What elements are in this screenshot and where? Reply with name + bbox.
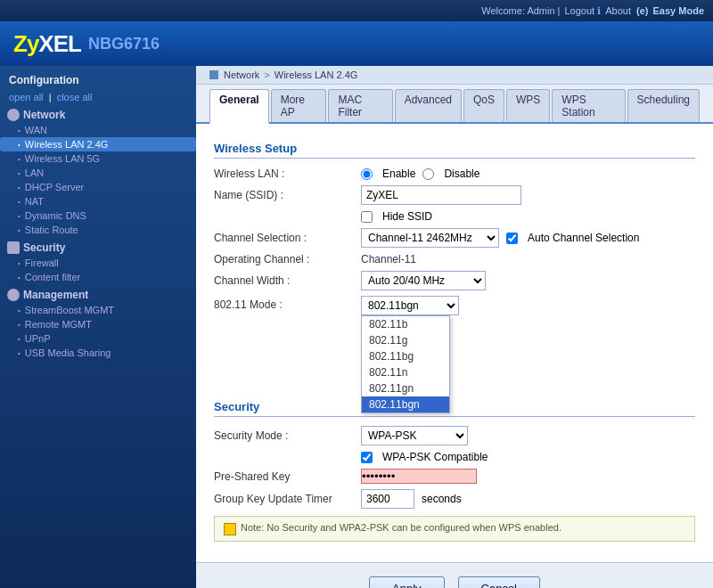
sidebar-config-label: Configuration: [0, 70, 196, 90]
timer-control: seconds: [361, 489, 462, 509]
sidebar-item-usb[interactable]: USB Media Sharing: [0, 346, 196, 360]
close-all-link[interactable]: close all: [57, 92, 93, 102]
topbar: Welcome: Admin | Logout ℹ About (e) Easy…: [0, 0, 713, 21]
sidebar-item-static-route[interactable]: Static Route: [0, 223, 196, 237]
wpa-compat-label: WPA-PSK Compatible: [382, 451, 488, 463]
network-icon: [7, 109, 20, 121]
channel-width-label: Channel Width :: [214, 274, 361, 287]
wpa-compat-control: WPA-PSK Compatible: [361, 451, 488, 463]
sidebar-item-upnp[interactable]: UPnP: [0, 331, 196, 346]
sidebar-network-title: Network: [0, 107, 196, 123]
breadcrumb: Network > Wireless LAN 2.4G: [196, 66, 713, 85]
operating-channel-value: Channel-11: [361, 253, 416, 265]
security-icon: [7, 241, 20, 254]
main-layout: Configuration open all | close all Netwo…: [0, 66, 713, 588]
mode-option-b[interactable]: 802.11b: [362, 316, 449, 332]
channel-selection-row: Channel Selection : Channel-11 2462MHz A…: [214, 228, 695, 248]
mode-option-bg[interactable]: 802.11bg: [362, 348, 449, 364]
cancel-button[interactable]: Cancel: [458, 576, 540, 588]
mgmt-icon: [7, 289, 20, 301]
sidebar-item-wan[interactable]: WAN: [0, 123, 196, 137]
about-link[interactable]: About: [605, 5, 631, 16]
wpa-compat-checkbox[interactable]: [361, 452, 373, 463]
enable-radio[interactable]: [361, 168, 373, 180]
sidebar-item-firewall[interactable]: Firewall: [0, 256, 196, 270]
security-title: Security: [214, 400, 695, 417]
sidebar-item-remote-mgmt[interactable]: Remote MGMT: [0, 317, 196, 331]
sidebar-item-wireless-5g[interactable]: Wireless LAN 5G: [0, 151, 196, 166]
tab-qos[interactable]: QoS: [463, 89, 504, 122]
tab-wps-station[interactable]: WPS Station: [552, 89, 625, 122]
sidebar-item-streamboost[interactable]: StreamBoost MGMT: [0, 303, 196, 317]
hide-ssid-control: Hide SSID: [361, 210, 432, 223]
security-mode-control: WPA-PSK No Security WPA2-PSK: [361, 426, 468, 445]
sidebar-item-nat[interactable]: NAT: [0, 194, 196, 208]
open-all-link[interactable]: open all: [9, 92, 44, 102]
operating-channel-text: Channel-11: [361, 253, 416, 265]
security-mode-row: Security Mode : WPA-PSK No Security WPA2…: [214, 426, 695, 445]
tab-scheduling[interactable]: Scheduling: [627, 89, 700, 122]
logo: ZyXEL: [13, 30, 81, 58]
tab-more-ap[interactable]: More AP: [271, 89, 327, 122]
sidebar-section-management: Management StreamBoost MGMT Remote MGMT …: [0, 287, 196, 360]
channel-width-row: Channel Width : Auto 20/40 MHz 20 MHz 40…: [214, 271, 695, 290]
hide-ssid-checkbox[interactable]: [361, 211, 373, 223]
tab-bar: General More AP MAC Filter Advanced QoS …: [196, 85, 713, 124]
wireless-lan-control: Enable Disable: [361, 167, 479, 180]
wireless-setup-title: Wireless Setup: [214, 142, 695, 159]
easymode-icon: (e): [636, 5, 648, 16]
sidebar-item-content-filter[interactable]: Content filter: [0, 270, 196, 284]
tab-general[interactable]: General: [209, 89, 269, 124]
sidebar-section-security: Security Firewall Content filter: [0, 240, 196, 284]
sidebar-item-dns[interactable]: Dynamic DNS: [0, 208, 196, 223]
breadcrumb-sep: >: [264, 69, 269, 80]
channel-width-select[interactable]: Auto 20/40 MHz 20 MHz 40 MHz: [361, 271, 486, 290]
mode-select[interactable]: 802.11bgn: [361, 296, 459, 315]
mode-row: 802.11 Mode : 802.11bgn 802.11b 802.11g …: [214, 296, 695, 315]
sidebar-item-lan[interactable]: LAN: [0, 166, 196, 180]
button-bar: Apply Cancel: [196, 562, 713, 588]
content-area: Network > Wireless LAN 2.4G General More…: [196, 66, 713, 588]
prekey-row: Pre-Shared Key: [214, 469, 695, 484]
timer-row: Group Key Update Timer seconds: [214, 489, 695, 509]
auto-channel-label: Auto Channel Selection: [528, 232, 639, 244]
enable-label: Enable: [382, 167, 415, 180]
disable-radio[interactable]: [422, 168, 434, 180]
mode-option-bgn[interactable]: 802.11bgn: [362, 396, 449, 412]
prekey-control: [361, 469, 477, 484]
wireless-lan-row: Wireless LAN : Enable Disable: [214, 167, 695, 180]
mode-option-g[interactable]: 802.11g: [362, 332, 449, 348]
note-text: Note: No Security and WPA2-PSK can be co…: [241, 522, 561, 533]
breadcrumb-page: Wireless LAN 2.4G: [275, 69, 358, 80]
sidebar-item-wireless-24g[interactable]: Wireless LAN 2.4G: [0, 137, 196, 151]
mode-option-gn[interactable]: 802.11gn: [362, 380, 449, 396]
apply-button[interactable]: Apply: [369, 576, 445, 588]
note-box: Note: No Security and WPA2-PSK can be co…: [214, 516, 695, 542]
config-label: Configuration: [9, 74, 79, 86]
wireless-lan-label: Wireless LAN :: [214, 167, 361, 180]
tab-advanced[interactable]: Advanced: [395, 89, 462, 122]
breadcrumb-icon: [209, 70, 218, 79]
timer-unit: seconds: [422, 493, 462, 505]
model-number: NBG6716: [88, 35, 160, 53]
tab-wps[interactable]: WPS: [506, 89, 550, 122]
tab-mac-filter[interactable]: MAC Filter: [328, 89, 392, 122]
mode-dropdown-list: 802.11b 802.11g 802.11bg 802.11n 802.11g…: [361, 315, 450, 413]
sidebar-item-dhcp[interactable]: DHCP Server: [0, 180, 196, 194]
prekey-input[interactable]: [361, 469, 477, 484]
about-icon: ℹ: [597, 5, 601, 17]
timer-input[interactable]: [361, 489, 414, 509]
logout-link[interactable]: Logout: [564, 5, 594, 16]
breadcrumb-network: Network: [224, 69, 259, 80]
header: ZyXEL NBG6716: [0, 21, 713, 66]
mode-option-n[interactable]: 802.11n: [362, 364, 449, 380]
sidebar: Configuration open all | close all Netwo…: [0, 66, 196, 588]
ssid-row: Name (SSID) :: [214, 185, 695, 205]
sidebar-open-close: open all | close all: [0, 90, 196, 104]
ssid-input[interactable]: [361, 185, 521, 205]
auto-channel-checkbox[interactable]: [506, 233, 518, 244]
channel-selection-select[interactable]: Channel-11 2462MHz: [361, 228, 499, 248]
easymode-link[interactable]: Easy Mode: [653, 5, 704, 16]
mode-label: 802.11 Mode :: [214, 296, 361, 311]
security-mode-select[interactable]: WPA-PSK No Security WPA2-PSK: [361, 426, 468, 445]
